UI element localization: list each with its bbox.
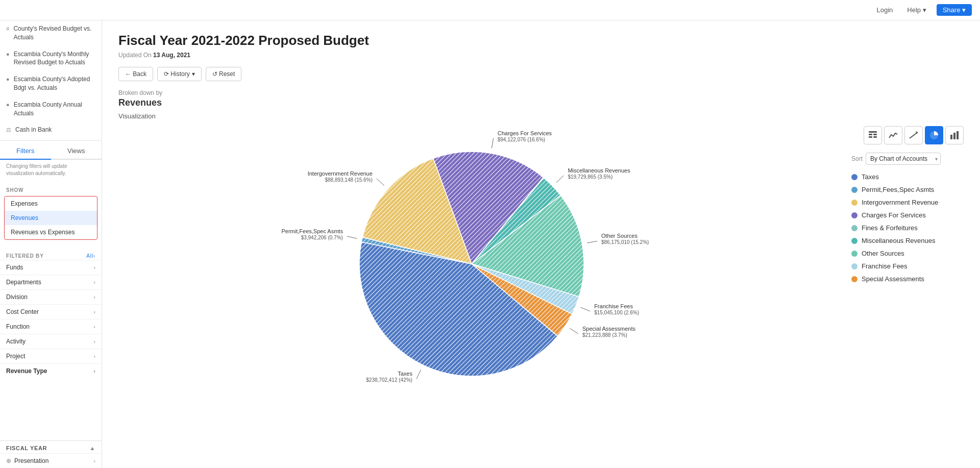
sidebar-item-cash-in-bank[interactable]: ⚖Cash in Bank bbox=[0, 121, 102, 138]
viz-icons bbox=[851, 126, 964, 144]
sidebar-icon: ≡ bbox=[6, 26, 9, 32]
sort-select[interactable]: By Chart of Accounts bbox=[866, 153, 941, 165]
sidebar-icon: ● bbox=[6, 51, 10, 57]
sort-label: Sort bbox=[851, 155, 863, 162]
top-bar: Login Help Share bbox=[0, 0, 980, 20]
sidebar-item-label: Escambia County's Adopted Bdgt vs. Actua… bbox=[14, 75, 95, 92]
sort-row: Sort By Chart of Accounts bbox=[851, 153, 964, 165]
show-label: SHOW bbox=[0, 184, 102, 194]
viz-icon-table[interactable] bbox=[864, 126, 882, 144]
breakdown-label: Revenues bbox=[118, 97, 964, 108]
legend-item-intergovernment: Intergovernment Revenue bbox=[851, 199, 964, 206]
pie-value-intergovernment: $88,893,148 (15.6%) bbox=[325, 177, 372, 183]
presentation-icon: ⊕ bbox=[6, 457, 11, 464]
updated-text: Updated On 13 Aug, 2021 bbox=[118, 52, 964, 59]
pie-value-franchise-fees: $15,045,100 (2.6%) bbox=[594, 310, 639, 315]
tab-filters[interactable]: Filters bbox=[0, 143, 51, 160]
fiscal-year-title: FISCAL YEAR ▲ bbox=[0, 441, 102, 453]
filter-row-revenue-type[interactable]: Revenue Type› bbox=[0, 363, 102, 378]
history-button[interactable]: ⟳ History bbox=[157, 67, 202, 81]
sidebar-item-revised-budget-actuals[interactable]: ≡County's Revised Budget vs. Actuals bbox=[0, 20, 102, 46]
pie-label-permit-fees: Permit,Fees,Spec Asmts bbox=[281, 228, 343, 234]
pie-value-special-assessments: $21,223,888 (3.7%) bbox=[582, 332, 627, 338]
svg-line-24 bbox=[581, 307, 591, 311]
pie-label-charges-services: Charges For Services bbox=[498, 130, 552, 136]
legend-dot bbox=[851, 263, 857, 269]
filter-label: Funds bbox=[6, 264, 23, 271]
show-option-revenues-vs-expenses[interactable]: Revenues vs Expenses bbox=[5, 225, 97, 239]
svg-line-21 bbox=[492, 138, 493, 149]
legend-dot bbox=[851, 238, 857, 244]
back-button[interactable]: ← Back bbox=[118, 67, 153, 81]
pie-label-misc-revenues: Miscellaneous Revenues bbox=[568, 167, 630, 174]
sidebar-item-annual-actuals[interactable]: ●Escambia County Annual Actuals bbox=[0, 96, 102, 122]
pie-label-special-assessments: Special Assessments bbox=[582, 326, 635, 332]
broken-down-by: Broken down by bbox=[118, 89, 964, 96]
legend-label: Intergovernment Revenue bbox=[862, 199, 938, 206]
filter-row-funds[interactable]: Funds› bbox=[0, 260, 102, 275]
filter-row-departments[interactable]: Departments› bbox=[0, 275, 102, 289]
legend-label: Special Assessments bbox=[862, 275, 924, 283]
legend-item-taxes: Taxes bbox=[851, 173, 964, 181]
pie-value-other-sources: $86,175,010 (15.2%) bbox=[601, 239, 649, 245]
help-button[interactable]: Help bbox=[903, 4, 930, 16]
visualization-label: Visualization bbox=[118, 112, 964, 120]
toolbar: ← Back ⟳ History ↺ Reset bbox=[118, 67, 964, 81]
viz-icon-bar[interactable] bbox=[945, 126, 964, 144]
sidebar-nav: ≡County's Revised Budget vs. Actuals●Esc… bbox=[0, 20, 102, 138]
filter-row-division[interactable]: Division› bbox=[0, 289, 102, 304]
legend-label: Permit,Fees,Spec Asmts bbox=[862, 186, 934, 193]
main-layout: ≡County's Revised Budget vs. Actuals●Esc… bbox=[0, 20, 980, 468]
filter-rows: Funds›Departments›Division›Cost Center›F… bbox=[0, 260, 102, 378]
sidebar-item-label: Escambia County Annual Actuals bbox=[14, 101, 95, 118]
pie-label-other-sources: Other Sources bbox=[601, 233, 638, 239]
filter-chevron: › bbox=[93, 309, 95, 315]
collapse-icon[interactable]: ▲ bbox=[89, 445, 95, 451]
filter-label: Project bbox=[6, 353, 25, 360]
legend-dot bbox=[851, 187, 857, 193]
show-option-expenses[interactable]: Expenses bbox=[5, 196, 97, 211]
legend-label: Other Sources bbox=[862, 250, 904, 257]
filter-label: Revenue Type bbox=[6, 367, 47, 375]
filter-chevron: › bbox=[93, 338, 95, 344]
pie-value-misc-revenues: $19,729,865 (3.5%) bbox=[568, 174, 612, 180]
svg-line-20 bbox=[377, 179, 384, 185]
filter-row-project[interactable]: Project› bbox=[0, 349, 102, 363]
sidebar-icon: ● bbox=[6, 76, 10, 82]
pie-chart: Taxes$238,702,412 (42%)Permit,Fees,Spec … bbox=[318, 126, 635, 391]
sort-select-wrap: By Chart of Accounts bbox=[866, 153, 941, 165]
legend-dot bbox=[851, 225, 857, 231]
filter-row-activity[interactable]: Activity› bbox=[0, 334, 102, 349]
filter-chevron: › bbox=[93, 368, 95, 374]
svg-line-19 bbox=[347, 236, 357, 238]
svg-line-23 bbox=[587, 241, 597, 243]
sidebar-item-monthly-revised[interactable]: ●Escambia County's Monthly Revised Budge… bbox=[0, 46, 102, 71]
viz-icon-line[interactable] bbox=[884, 126, 902, 144]
svg-line-25 bbox=[570, 328, 578, 334]
filter-row-cost-center[interactable]: Cost Center› bbox=[0, 304, 102, 319]
filter-chevron: › bbox=[93, 353, 95, 359]
filter-label: Cost Center bbox=[6, 308, 39, 315]
filter-label: Departments bbox=[6, 279, 41, 286]
svg-rect-33 bbox=[950, 135, 952, 139]
legend-label: Charges For Services bbox=[862, 211, 926, 219]
viz-icon-pie[interactable] bbox=[925, 126, 943, 144]
legend-dot bbox=[851, 200, 857, 206]
login-button[interactable]: Login bbox=[872, 4, 897, 16]
all-link[interactable]: All› bbox=[86, 253, 95, 259]
legend-item-permit-fees: Permit,Fees,Spec Asmts bbox=[851, 186, 964, 193]
sidebar-item-adopted-budget[interactable]: ●Escambia County's Adopted Bdgt vs. Actu… bbox=[0, 71, 102, 96]
tab-views[interactable]: Views bbox=[51, 143, 102, 159]
legend-label: Miscellaneous Revenues bbox=[862, 237, 936, 244]
viz-icon-trend[interactable] bbox=[904, 126, 923, 144]
sidebar-tabs: Filters Views bbox=[0, 143, 102, 160]
share-button[interactable]: Share bbox=[937, 4, 972, 16]
reset-button[interactable]: ↺ Reset bbox=[206, 67, 242, 81]
chart-area: Taxes$238,702,412 (42%)Permit,Fees,Spec … bbox=[118, 126, 964, 391]
show-option-revenues[interactable]: Revenues bbox=[5, 211, 97, 225]
filter-chevron: › bbox=[93, 324, 95, 330]
sidebar-scroll: ≡County's Revised Budget vs. Actuals●Esc… bbox=[0, 20, 102, 440]
filter-row-function[interactable]: Function› bbox=[0, 319, 102, 334]
fiscal-presentation-row[interactable]: ⊕ Presentation › bbox=[0, 453, 102, 468]
fiscal-chevron: › bbox=[93, 458, 95, 464]
